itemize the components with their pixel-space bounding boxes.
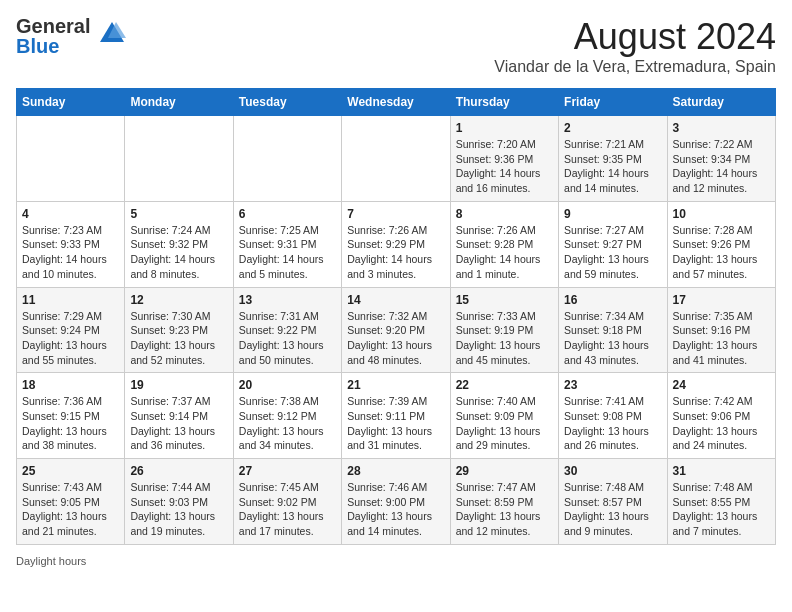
calendar-cell <box>17 116 125 202</box>
day-number: 16 <box>564 293 661 307</box>
day-number: 20 <box>239 378 336 392</box>
calendar-cell: 2Sunrise: 7:21 AM Sunset: 9:35 PM Daylig… <box>559 116 667 202</box>
calendar-cell: 14Sunrise: 7:32 AM Sunset: 9:20 PM Dayli… <box>342 287 450 373</box>
day-number: 4 <box>22 207 119 221</box>
day-info: Sunrise: 7:23 AM Sunset: 9:33 PM Dayligh… <box>22 223 119 282</box>
calendar-cell: 27Sunrise: 7:45 AM Sunset: 9:02 PM Dayli… <box>233 459 341 545</box>
day-info: Sunrise: 7:48 AM Sunset: 8:57 PM Dayligh… <box>564 480 661 539</box>
day-number: 15 <box>456 293 553 307</box>
calendar-cell: 4Sunrise: 7:23 AM Sunset: 9:33 PM Daylig… <box>17 201 125 287</box>
weekday-header-saturday: Saturday <box>667 89 775 116</box>
weekday-header-friday: Friday <box>559 89 667 116</box>
day-number: 24 <box>673 378 770 392</box>
logo-icon <box>98 20 126 48</box>
day-number: 21 <box>347 378 444 392</box>
calendar-cell: 17Sunrise: 7:35 AM Sunset: 9:16 PM Dayli… <box>667 287 775 373</box>
day-info: Sunrise: 7:38 AM Sunset: 9:12 PM Dayligh… <box>239 394 336 453</box>
day-info: Sunrise: 7:39 AM Sunset: 9:11 PM Dayligh… <box>347 394 444 453</box>
weekday-header-wednesday: Wednesday <box>342 89 450 116</box>
calendar-cell: 15Sunrise: 7:33 AM Sunset: 9:19 PM Dayli… <box>450 287 558 373</box>
day-info: Sunrise: 7:42 AM Sunset: 9:06 PM Dayligh… <box>673 394 770 453</box>
day-info: Sunrise: 7:22 AM Sunset: 9:34 PM Dayligh… <box>673 137 770 196</box>
day-number: 5 <box>130 207 227 221</box>
calendar-cell: 6Sunrise: 7:25 AM Sunset: 9:31 PM Daylig… <box>233 201 341 287</box>
calendar-cell: 20Sunrise: 7:38 AM Sunset: 9:12 PM Dayli… <box>233 373 341 459</box>
day-number: 2 <box>564 121 661 135</box>
day-number: 28 <box>347 464 444 478</box>
day-info: Sunrise: 7:41 AM Sunset: 9:08 PM Dayligh… <box>564 394 661 453</box>
day-info: Sunrise: 7:47 AM Sunset: 8:59 PM Dayligh… <box>456 480 553 539</box>
calendar-cell: 12Sunrise: 7:30 AM Sunset: 9:23 PM Dayli… <box>125 287 233 373</box>
page-title: August 2024 <box>494 16 776 58</box>
calendar-header-row: SundayMondayTuesdayWednesdayThursdayFrid… <box>17 89 776 116</box>
weekday-header-tuesday: Tuesday <box>233 89 341 116</box>
day-info: Sunrise: 7:36 AM Sunset: 9:15 PM Dayligh… <box>22 394 119 453</box>
day-number: 23 <box>564 378 661 392</box>
calendar-cell: 16Sunrise: 7:34 AM Sunset: 9:18 PM Dayli… <box>559 287 667 373</box>
day-number: 30 <box>564 464 661 478</box>
calendar-cell: 31Sunrise: 7:48 AM Sunset: 8:55 PM Dayli… <box>667 459 775 545</box>
day-number: 25 <box>22 464 119 478</box>
calendar-week-row: 11Sunrise: 7:29 AM Sunset: 9:24 PM Dayli… <box>17 287 776 373</box>
day-info: Sunrise: 7:28 AM Sunset: 9:26 PM Dayligh… <box>673 223 770 282</box>
footer: Daylight hours <box>16 555 776 567</box>
logo-blue: Blue <box>16 36 90 56</box>
calendar-cell: 24Sunrise: 7:42 AM Sunset: 9:06 PM Dayli… <box>667 373 775 459</box>
day-info: Sunrise: 7:48 AM Sunset: 8:55 PM Dayligh… <box>673 480 770 539</box>
day-info: Sunrise: 7:27 AM Sunset: 9:27 PM Dayligh… <box>564 223 661 282</box>
day-number: 27 <box>239 464 336 478</box>
page-subtitle: Viandar de la Vera, Extremadura, Spain <box>494 58 776 76</box>
day-number: 14 <box>347 293 444 307</box>
day-info: Sunrise: 7:46 AM Sunset: 9:00 PM Dayligh… <box>347 480 444 539</box>
calendar-week-row: 18Sunrise: 7:36 AM Sunset: 9:15 PM Dayli… <box>17 373 776 459</box>
calendar-cell: 3Sunrise: 7:22 AM Sunset: 9:34 PM Daylig… <box>667 116 775 202</box>
calendar-cell: 5Sunrise: 7:24 AM Sunset: 9:32 PM Daylig… <box>125 201 233 287</box>
day-info: Sunrise: 7:40 AM Sunset: 9:09 PM Dayligh… <box>456 394 553 453</box>
logo: General Blue <box>16 16 126 56</box>
day-info: Sunrise: 7:26 AM Sunset: 9:28 PM Dayligh… <box>456 223 553 282</box>
day-number: 6 <box>239 207 336 221</box>
calendar-cell: 8Sunrise: 7:26 AM Sunset: 9:28 PM Daylig… <box>450 201 558 287</box>
calendar-cell: 11Sunrise: 7:29 AM Sunset: 9:24 PM Dayli… <box>17 287 125 373</box>
calendar-cell <box>233 116 341 202</box>
calendar-cell: 21Sunrise: 7:39 AM Sunset: 9:11 PM Dayli… <box>342 373 450 459</box>
day-info: Sunrise: 7:25 AM Sunset: 9:31 PM Dayligh… <box>239 223 336 282</box>
weekday-header-monday: Monday <box>125 89 233 116</box>
day-info: Sunrise: 7:31 AM Sunset: 9:22 PM Dayligh… <box>239 309 336 368</box>
calendar-cell: 18Sunrise: 7:36 AM Sunset: 9:15 PM Dayli… <box>17 373 125 459</box>
day-info: Sunrise: 7:33 AM Sunset: 9:19 PM Dayligh… <box>456 309 553 368</box>
day-number: 18 <box>22 378 119 392</box>
calendar-cell: 19Sunrise: 7:37 AM Sunset: 9:14 PM Dayli… <box>125 373 233 459</box>
calendar-cell: 23Sunrise: 7:41 AM Sunset: 9:08 PM Dayli… <box>559 373 667 459</box>
day-number: 26 <box>130 464 227 478</box>
day-info: Sunrise: 7:43 AM Sunset: 9:05 PM Dayligh… <box>22 480 119 539</box>
calendar-week-row: 25Sunrise: 7:43 AM Sunset: 9:05 PM Dayli… <box>17 459 776 545</box>
page-header: General Blue August 2024 Viandar de la V… <box>16 16 776 76</box>
calendar-cell: 10Sunrise: 7:28 AM Sunset: 9:26 PM Dayli… <box>667 201 775 287</box>
weekday-header-sunday: Sunday <box>17 89 125 116</box>
calendar-cell <box>125 116 233 202</box>
day-info: Sunrise: 7:37 AM Sunset: 9:14 PM Dayligh… <box>130 394 227 453</box>
day-info: Sunrise: 7:26 AM Sunset: 9:29 PM Dayligh… <box>347 223 444 282</box>
day-info: Sunrise: 7:29 AM Sunset: 9:24 PM Dayligh… <box>22 309 119 368</box>
day-number: 13 <box>239 293 336 307</box>
weekday-header-thursday: Thursday <box>450 89 558 116</box>
calendar-cell: 1Sunrise: 7:20 AM Sunset: 9:36 PM Daylig… <box>450 116 558 202</box>
calendar-cell: 29Sunrise: 7:47 AM Sunset: 8:59 PM Dayli… <box>450 459 558 545</box>
calendar-week-row: 4Sunrise: 7:23 AM Sunset: 9:33 PM Daylig… <box>17 201 776 287</box>
calendar-cell <box>342 116 450 202</box>
day-info: Sunrise: 7:20 AM Sunset: 9:36 PM Dayligh… <box>456 137 553 196</box>
day-number: 11 <box>22 293 119 307</box>
calendar-cell: 13Sunrise: 7:31 AM Sunset: 9:22 PM Dayli… <box>233 287 341 373</box>
day-number: 29 <box>456 464 553 478</box>
calendar-table: SundayMondayTuesdayWednesdayThursdayFrid… <box>16 88 776 545</box>
day-info: Sunrise: 7:34 AM Sunset: 9:18 PM Dayligh… <box>564 309 661 368</box>
logo-general: General <box>16 16 90 36</box>
day-info: Sunrise: 7:35 AM Sunset: 9:16 PM Dayligh… <box>673 309 770 368</box>
day-number: 31 <box>673 464 770 478</box>
day-info: Sunrise: 7:45 AM Sunset: 9:02 PM Dayligh… <box>239 480 336 539</box>
title-block: August 2024 Viandar de la Vera, Extremad… <box>494 16 776 76</box>
day-number: 17 <box>673 293 770 307</box>
calendar-cell: 22Sunrise: 7:40 AM Sunset: 9:09 PM Dayli… <box>450 373 558 459</box>
day-info: Sunrise: 7:30 AM Sunset: 9:23 PM Dayligh… <box>130 309 227 368</box>
